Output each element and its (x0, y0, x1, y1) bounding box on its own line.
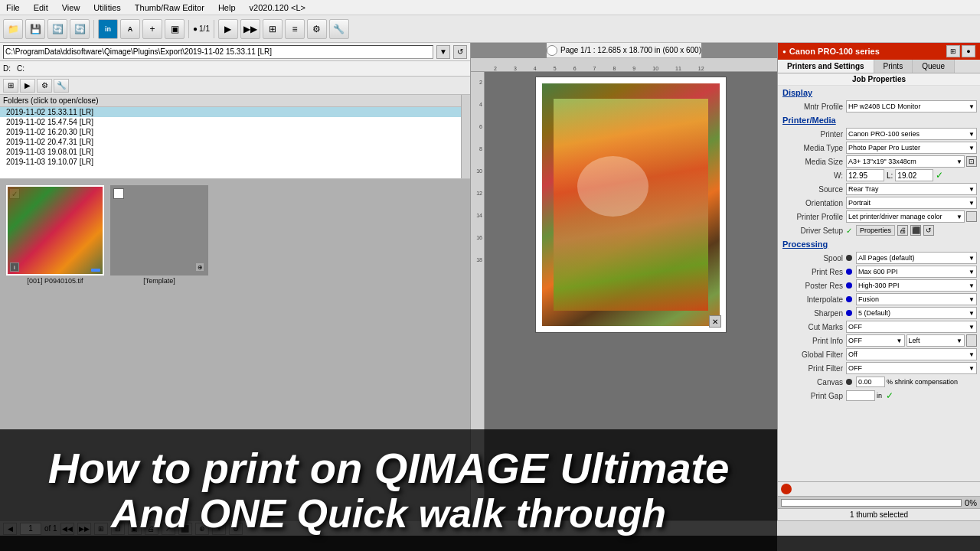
tab-queue[interactable]: Queue (913, 60, 955, 73)
thumbnail-item-1[interactable]: ⊕ [Template] (110, 185, 208, 285)
global-filter-select[interactable]: Off (846, 348, 977, 360)
menu-version: v2020.120 <L> (247, 3, 309, 12)
processing-section-header[interactable]: Processing (778, 237, 980, 251)
sec-btn-2[interactable]: ▶ (20, 79, 35, 93)
canvas-input[interactable] (856, 377, 885, 387)
printer-row: Printer Canon PRO-100 series (778, 127, 980, 141)
printer-profile-icon[interactable] (966, 211, 977, 222)
cut-marks-row: Cut Marks OFF (778, 320, 980, 334)
printer-media-section-header[interactable]: Printer/Media (778, 113, 980, 127)
sharpen-select[interactable]: 5 (Default) (856, 307, 977, 319)
source-select[interactable]: Rear Tray (846, 183, 977, 195)
menu-thumb-raw[interactable]: Thumb/Raw Editor (132, 3, 207, 12)
file-item-2[interactable]: 2019-11-02 16.20.30 [LR] (0, 127, 470, 137)
toolbar-play2[interactable]: ▶▶ (240, 19, 260, 39)
print-info-align-select[interactable]: Left (906, 334, 965, 347)
status-btn-9[interactable]: ⚙ (229, 523, 243, 535)
tab-prints[interactable]: Prints (874, 60, 913, 73)
toolbar-btn-a[interactable]: A (120, 19, 140, 39)
file-item-3[interactable]: 2019-11-02 20.47.31 [LR] (0, 137, 470, 147)
menu-edit[interactable]: Edit (31, 3, 51, 12)
toolbar-open[interactable]: 📁 (3, 19, 23, 39)
nav-next2-icon[interactable]: ▶▶ (77, 523, 91, 535)
menu-utilities[interactable]: Utilities (90, 3, 123, 12)
nav-prev2-icon[interactable]: ◀◀ (60, 523, 74, 535)
driver-icon-2[interactable]: ⬛ (910, 225, 921, 236)
folder-header: Folders (click to open/close) (0, 95, 470, 107)
status-btn-7[interactable]: ⊕ (195, 523, 209, 535)
page-circle-icon (547, 45, 557, 56)
panel-icon-1[interactable]: ⊞ (946, 45, 960, 57)
status-btn-8[interactable]: ☀ (212, 523, 226, 535)
mntr-profile-select[interactable]: HP w2408 LCD Monitor (846, 100, 977, 112)
toolbar-list[interactable]: ≡ (285, 19, 305, 39)
sec-btn-3[interactable]: ⚙ (37, 79, 52, 93)
nav-prev-icon[interactable]: ◀ (3, 523, 17, 535)
file-item-5[interactable]: 2019-11-03 19.10.07 [LR] (0, 157, 470, 167)
l-input[interactable] (895, 169, 933, 181)
print-filter-row: Print Filter OFF (778, 361, 980, 375)
print-gap-check-icon: ✓ (886, 390, 893, 401)
properties-button[interactable]: Properties (856, 225, 895, 236)
panel-icon-2[interactable]: ● (962, 45, 975, 57)
interpolate-select[interactable]: Fusion (856, 293, 977, 305)
print-info-label: Print Info (781, 337, 846, 345)
w-input[interactable] (846, 169, 884, 181)
print-filter-select[interactable]: OFF (846, 362, 977, 374)
toolbar-save[interactable]: 💾 (25, 19, 45, 39)
driver-icon-3[interactable]: ↺ (923, 225, 934, 236)
menu-file[interactable]: File (3, 3, 23, 12)
path-dropdown-btn[interactable]: ▼ (436, 45, 450, 59)
file-item-4[interactable]: 2019-11-03 19.08.01 [LR] (0, 147, 470, 157)
toolbar-refresh[interactable]: 🔄 (47, 19, 67, 39)
toolbar-play[interactable]: ▶ (218, 19, 238, 39)
status-btn-3[interactable]: ▣ (128, 523, 142, 535)
photo-highlight (577, 156, 648, 217)
toolbar-plus[interactable]: + (142, 19, 162, 39)
spool-select[interactable]: All Pages (default) (856, 252, 977, 264)
poster-res-select[interactable]: High-300 PPI (856, 279, 977, 292)
printer-profile-select[interactable]: Let printer/driver manage color (846, 210, 965, 223)
status-btn-5[interactable]: ↗ (162, 523, 175, 535)
status-btn-6[interactable]: ⬛ (178, 523, 192, 535)
print-res-select[interactable]: Max 600 PPI (856, 266, 977, 278)
tab-printers-settings[interactable]: Printers and Settings (778, 60, 874, 73)
thumbnail-item-0[interactable]: ✓ i [001] P0940105.tif (6, 185, 104, 285)
printer-profile-group: Let printer/driver manage color (846, 210, 977, 223)
toolbar-linkedin[interactable]: in (98, 19, 118, 39)
toolbar-grid[interactable]: ⊞ (263, 19, 283, 39)
media-size-select[interactable]: A3+ 13"x19" 33x48cm (846, 155, 965, 168)
status-btn-4[interactable]: 🖨 (145, 523, 158, 535)
sharpen-label: Sharpen (781, 309, 846, 318)
status-btn-1[interactable]: ⊞ (94, 523, 108, 535)
file-item-0[interactable]: 2019-11-02 15.33.11 [LR] (0, 107, 470, 117)
file-item-1[interactable]: 2019-11-02 15.47.54 [LR] (0, 117, 470, 127)
menu-view[interactable]: View (59, 3, 83, 12)
page-nav-input[interactable] (20, 523, 41, 535)
media-size-row: Media Size A3+ 13"x19" 33x48cm ⊡ (778, 155, 980, 168)
print-info-icon[interactable] (966, 334, 977, 347)
cut-marks-select[interactable]: OFF (846, 321, 977, 333)
media-size-icon[interactable]: ⊡ (966, 156, 977, 167)
source-row: Source Rear Tray (778, 182, 980, 196)
orientation-select[interactable]: Portrait (846, 197, 977, 209)
display-section-header[interactable]: Display (778, 86, 980, 99)
toolbar-wrench[interactable]: 🔧 (329, 19, 349, 39)
file-list-scrollbar[interactable] (461, 95, 470, 178)
printer-select[interactable]: Canon PRO-100 series (846, 128, 977, 140)
toolbar-settings[interactable]: ⚙ (307, 19, 327, 39)
toolbar-history[interactable]: 🔄 (70, 19, 90, 39)
toolbar-expand[interactable]: ▣ (165, 19, 185, 39)
page-close-btn[interactable]: ✕ (709, 315, 721, 328)
print-gap-input[interactable] (846, 390, 875, 401)
status-btn-2[interactable]: ⊟ (111, 523, 125, 535)
print-info-select[interactable]: OFF (846, 334, 905, 347)
path-input[interactable] (3, 45, 433, 59)
path-refresh-btn[interactable]: ↺ (453, 45, 467, 59)
menu-help[interactable]: Help (215, 3, 239, 12)
media-type-select[interactable]: Photo Paper Pro Luster (846, 142, 977, 154)
thumb-label-1: [Template] (143, 277, 175, 285)
sec-btn-1[interactable]: ⊞ (3, 79, 18, 93)
driver-icon-1[interactable]: 🖨 (897, 225, 908, 236)
sec-btn-4[interactable]: 🔧 (54, 79, 69, 93)
